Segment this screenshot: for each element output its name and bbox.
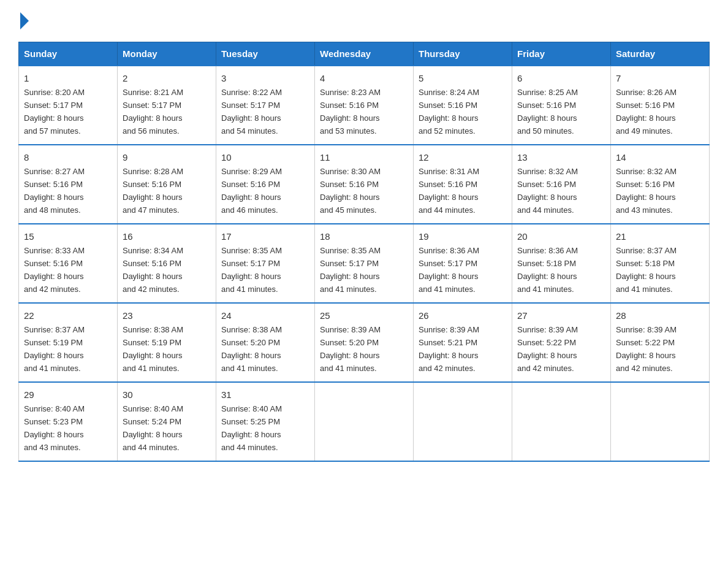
day-info: Sunrise: 8:30 AMSunset: 5:16 PMDaylight:… xyxy=(320,167,381,215)
calendar-cell xyxy=(512,382,611,461)
day-info: Sunrise: 8:40 AMSunset: 5:24 PMDaylight:… xyxy=(123,404,183,452)
day-info: Sunrise: 8:40 AMSunset: 5:25 PMDaylight:… xyxy=(221,404,282,452)
weekday-header-friday: Friday xyxy=(512,42,611,66)
day-number: 11 xyxy=(320,150,408,164)
day-info: Sunrise: 8:20 AMSunset: 5:17 PMDaylight:… xyxy=(24,88,85,136)
calendar-cell: 8Sunrise: 8:27 AMSunset: 5:16 PMDaylight… xyxy=(19,145,118,224)
calendar-cell: 28Sunrise: 8:39 AMSunset: 5:22 PMDayligh… xyxy=(611,303,710,382)
day-number: 1 xyxy=(24,71,112,85)
day-info: Sunrise: 8:36 AMSunset: 5:17 PMDaylight:… xyxy=(419,246,479,294)
day-info: Sunrise: 8:28 AMSunset: 5:16 PMDaylight:… xyxy=(123,167,183,215)
day-number: 7 xyxy=(616,71,704,85)
day-number: 16 xyxy=(123,229,211,243)
calendar-cell: 20Sunrise: 8:36 AMSunset: 5:18 PMDayligh… xyxy=(512,224,611,303)
day-number: 13 xyxy=(517,150,605,164)
day-number: 26 xyxy=(419,308,507,323)
calendar-cell: 10Sunrise: 8:29 AMSunset: 5:16 PMDayligh… xyxy=(216,145,315,224)
calendar-cell: 12Sunrise: 8:31 AMSunset: 5:16 PMDayligh… xyxy=(414,145,512,224)
calendar-cell: 24Sunrise: 8:38 AMSunset: 5:20 PMDayligh… xyxy=(216,303,315,382)
calendar-cell: 2Sunrise: 8:21 AMSunset: 5:17 PMDaylight… xyxy=(118,66,216,145)
day-number: 22 xyxy=(24,308,112,323)
calendar-cell: 18Sunrise: 8:35 AMSunset: 5:17 PMDayligh… xyxy=(315,224,414,303)
calendar-cell: 19Sunrise: 8:36 AMSunset: 5:17 PMDayligh… xyxy=(414,224,512,303)
logo xyxy=(18,12,29,29)
calendar-week-4: 22Sunrise: 8:37 AMSunset: 5:19 PMDayligh… xyxy=(19,303,710,382)
calendar-cell: 31Sunrise: 8:40 AMSunset: 5:25 PMDayligh… xyxy=(216,382,315,461)
weekday-header-thursday: Thursday xyxy=(414,42,512,66)
calendar-cell: 15Sunrise: 8:33 AMSunset: 5:16 PMDayligh… xyxy=(19,224,118,303)
calendar-cell: 30Sunrise: 8:40 AMSunset: 5:24 PMDayligh… xyxy=(118,382,216,461)
day-number: 10 xyxy=(221,150,309,164)
day-info: Sunrise: 8:22 AMSunset: 5:17 PMDaylight:… xyxy=(221,88,282,136)
day-info: Sunrise: 8:32 AMSunset: 5:16 PMDaylight:… xyxy=(517,167,578,215)
calendar-cell: 6Sunrise: 8:25 AMSunset: 5:16 PMDaylight… xyxy=(512,66,611,145)
day-number: 8 xyxy=(24,150,112,164)
calendar-cell xyxy=(414,382,512,461)
day-info: Sunrise: 8:35 AMSunset: 5:17 PMDaylight:… xyxy=(221,246,282,294)
calendar-cell: 22Sunrise: 8:37 AMSunset: 5:19 PMDayligh… xyxy=(19,303,118,382)
calendar-week-3: 15Sunrise: 8:33 AMSunset: 5:16 PMDayligh… xyxy=(19,224,710,303)
day-info: Sunrise: 8:24 AMSunset: 5:16 PMDaylight:… xyxy=(419,88,479,136)
calendar-cell: 17Sunrise: 8:35 AMSunset: 5:17 PMDayligh… xyxy=(216,224,315,303)
logo-arrow-icon xyxy=(20,12,29,29)
day-number: 14 xyxy=(616,150,704,164)
calendar-cell: 29Sunrise: 8:40 AMSunset: 5:23 PMDayligh… xyxy=(19,382,118,461)
day-info: Sunrise: 8:37 AMSunset: 5:18 PMDaylight:… xyxy=(616,246,677,294)
calendar-cell: 23Sunrise: 8:38 AMSunset: 5:19 PMDayligh… xyxy=(118,303,216,382)
calendar-cell: 9Sunrise: 8:28 AMSunset: 5:16 PMDaylight… xyxy=(118,145,216,224)
day-number: 9 xyxy=(123,150,211,164)
weekday-header-monday: Monday xyxy=(118,42,216,66)
day-number: 19 xyxy=(419,229,507,243)
day-info: Sunrise: 8:29 AMSunset: 5:16 PMDaylight:… xyxy=(221,167,282,215)
day-info: Sunrise: 8:38 AMSunset: 5:20 PMDaylight:… xyxy=(221,325,282,373)
day-info: Sunrise: 8:40 AMSunset: 5:23 PMDaylight:… xyxy=(24,404,85,452)
day-info: Sunrise: 8:27 AMSunset: 5:16 PMDaylight:… xyxy=(24,167,85,215)
day-number: 12 xyxy=(419,150,507,164)
calendar-cell: 13Sunrise: 8:32 AMSunset: 5:16 PMDayligh… xyxy=(512,145,611,224)
day-number: 30 xyxy=(123,388,211,402)
weekday-header-saturday: Saturday xyxy=(611,42,710,66)
calendar-cell: 1Sunrise: 8:20 AMSunset: 5:17 PMDaylight… xyxy=(19,66,118,145)
day-number: 18 xyxy=(320,229,408,243)
calendar-cell: 27Sunrise: 8:39 AMSunset: 5:22 PMDayligh… xyxy=(512,303,611,382)
calendar-week-2: 8Sunrise: 8:27 AMSunset: 5:16 PMDaylight… xyxy=(19,145,710,224)
day-info: Sunrise: 8:25 AMSunset: 5:16 PMDaylight:… xyxy=(517,88,578,136)
day-info: Sunrise: 8:39 AMSunset: 5:21 PMDaylight:… xyxy=(419,325,479,373)
day-number: 29 xyxy=(24,388,112,402)
day-info: Sunrise: 8:35 AMSunset: 5:17 PMDaylight:… xyxy=(320,246,381,294)
day-number: 5 xyxy=(419,71,507,85)
weekday-header-row: SundayMondayTuesdayWednesdayThursdayFrid… xyxy=(19,42,710,66)
day-number: 15 xyxy=(24,229,112,243)
day-info: Sunrise: 8:33 AMSunset: 5:16 PMDaylight:… xyxy=(24,246,85,294)
calendar-week-5: 29Sunrise: 8:40 AMSunset: 5:23 PMDayligh… xyxy=(19,382,710,461)
calendar-cell: 3Sunrise: 8:22 AMSunset: 5:17 PMDaylight… xyxy=(216,66,315,145)
calendar-cell: 26Sunrise: 8:39 AMSunset: 5:21 PMDayligh… xyxy=(414,303,512,382)
day-info: Sunrise: 8:34 AMSunset: 5:16 PMDaylight:… xyxy=(123,246,183,294)
weekday-header-tuesday: Tuesday xyxy=(216,42,315,66)
day-info: Sunrise: 8:31 AMSunset: 5:16 PMDaylight:… xyxy=(419,167,479,215)
day-info: Sunrise: 8:38 AMSunset: 5:19 PMDaylight:… xyxy=(123,325,183,373)
day-info: Sunrise: 8:32 AMSunset: 5:16 PMDaylight:… xyxy=(616,167,677,215)
day-info: Sunrise: 8:39 AMSunset: 5:22 PMDaylight:… xyxy=(517,325,578,373)
day-info: Sunrise: 8:39 AMSunset: 5:20 PMDaylight:… xyxy=(320,325,381,373)
day-number: 28 xyxy=(616,308,704,323)
day-number: 25 xyxy=(320,308,408,323)
calendar-week-1: 1Sunrise: 8:20 AMSunset: 5:17 PMDaylight… xyxy=(19,66,710,145)
day-number: 6 xyxy=(517,71,605,85)
calendar-cell: 21Sunrise: 8:37 AMSunset: 5:18 PMDayligh… xyxy=(611,224,710,303)
day-info: Sunrise: 8:36 AMSunset: 5:18 PMDaylight:… xyxy=(517,246,578,294)
calendar-cell xyxy=(315,382,414,461)
calendar-cell: 25Sunrise: 8:39 AMSunset: 5:20 PMDayligh… xyxy=(315,303,414,382)
calendar-cell xyxy=(611,382,710,461)
day-number: 21 xyxy=(616,229,704,243)
day-number: 20 xyxy=(517,229,605,243)
day-info: Sunrise: 8:26 AMSunset: 5:16 PMDaylight:… xyxy=(616,88,677,136)
day-info: Sunrise: 8:21 AMSunset: 5:17 PMDaylight:… xyxy=(123,88,183,136)
day-number: 31 xyxy=(221,388,309,402)
calendar-cell: 7Sunrise: 8:26 AMSunset: 5:16 PMDaylight… xyxy=(611,66,710,145)
day-number: 27 xyxy=(517,308,605,323)
day-info: Sunrise: 8:37 AMSunset: 5:19 PMDaylight:… xyxy=(24,325,85,373)
calendar-cell: 16Sunrise: 8:34 AMSunset: 5:16 PMDayligh… xyxy=(118,224,216,303)
page-header xyxy=(18,12,710,29)
day-info: Sunrise: 8:39 AMSunset: 5:22 PMDaylight:… xyxy=(616,325,677,373)
